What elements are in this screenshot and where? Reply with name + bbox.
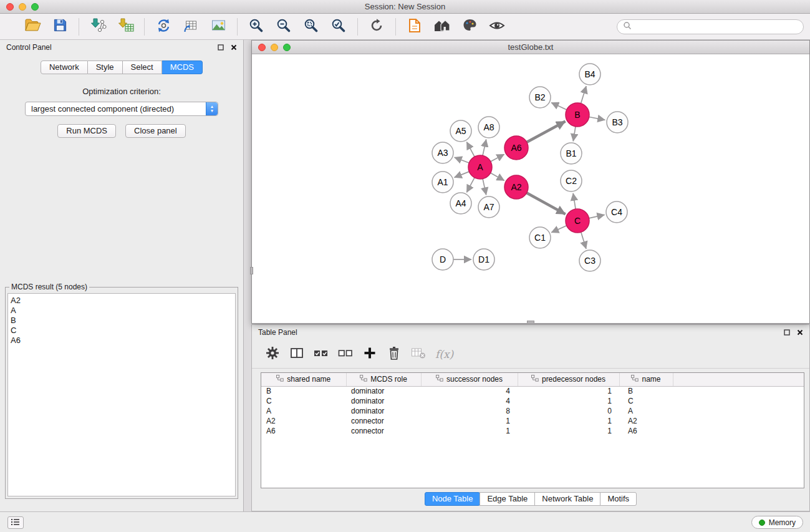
- network-minimize-button[interactable]: [271, 44, 278, 51]
- style-palette-button[interactable]: [456, 16, 483, 37]
- tab-node-table[interactable]: Node Table: [425, 492, 481, 506]
- tab-style[interactable]: Style: [88, 60, 123, 74]
- close-panel-icon[interactable]: [231, 44, 237, 51]
- network-close-button[interactable]: [258, 44, 266, 51]
- network-node-C1[interactable]: C1: [529, 227, 551, 248]
- settings-button[interactable]: [264, 346, 281, 362]
- column-header-shared-name[interactable]: shared name: [261, 373, 346, 386]
- zoom-out-button[interactable]: [270, 16, 297, 37]
- mcds-result-item[interactable]: A2: [11, 296, 233, 306]
- network-edge-C-C4[interactable]: [589, 215, 605, 218]
- network-node-C2[interactable]: C2: [561, 170, 582, 191]
- tab-mcds[interactable]: MCDS: [162, 60, 203, 74]
- close-window-button[interactable]: [6, 3, 14, 11]
- network-edge-A-A2[interactable]: [491, 173, 504, 180]
- network-node-A8[interactable]: A8: [478, 117, 499, 138]
- network-graph[interactable]: B4B2BB3A5A8A6A3B1AC2A1A2A4A7C4CC1DD1C3: [252, 54, 809, 323]
- network-node-C4[interactable]: C4: [606, 201, 627, 223]
- network-node-A2[interactable]: A2: [504, 175, 528, 199]
- network-node-B1[interactable]: B1: [561, 143, 582, 164]
- splitter-grip[interactable]: [250, 267, 253, 274]
- show-columns-button[interactable]: [289, 346, 305, 362]
- mcds-result-item[interactable]: A: [11, 306, 233, 316]
- network-zoom-button[interactable]: [283, 44, 291, 51]
- zoom-in-button[interactable]: [243, 16, 270, 37]
- network-node-A7[interactable]: A7: [478, 196, 499, 218]
- network-node-B3[interactable]: B3: [607, 112, 628, 133]
- criterion-dropdown[interactable]: largest connected component (directed) ▲…: [25, 102, 218, 116]
- minimize-window-button[interactable]: [19, 3, 26, 11]
- network-node-A3[interactable]: A3: [432, 142, 453, 163]
- network-edge-C-C2[interactable]: [573, 193, 576, 209]
- table-row[interactable]: A6connector11A6: [261, 426, 804, 436]
- deselect-all-button[interactable]: [337, 346, 354, 362]
- network-node-C[interactable]: C: [566, 209, 589, 233]
- splitter-grip[interactable]: [527, 321, 534, 324]
- mcds-result-item[interactable]: A6: [11, 336, 233, 346]
- network-node-A4[interactable]: A4: [450, 193, 471, 214]
- network-window-titlebar[interactable]: testGlobe.txt: [252, 41, 809, 54]
- open-session-button[interactable]: [19, 16, 46, 37]
- add-row-button[interactable]: [362, 346, 378, 362]
- import-table-from-file-button[interactable]: [112, 16, 139, 37]
- search-input[interactable]: [635, 22, 798, 31]
- mcds-result-list[interactable]: A2ABCA6: [7, 293, 236, 496]
- table-row[interactable]: Adominator80A: [261, 406, 804, 416]
- network-edge-A-A8[interactable]: [483, 140, 486, 156]
- memory-button[interactable]: Memory: [751, 516, 803, 529]
- network-canvas[interactable]: B4B2BB3A5A8A6A3B1AC2A1A2A4A7C4CC1DD1C3: [252, 54, 809, 323]
- network-edge-A-A6[interactable]: [491, 154, 504, 162]
- network-edge-A-A5[interactable]: [466, 142, 475, 157]
- network-edge-A2-C[interactable]: [527, 193, 566, 214]
- tab-motifs[interactable]: Motifs: [600, 492, 637, 506]
- first-neighbors-button[interactable]: [401, 16, 428, 37]
- export-image-button[interactable]: [205, 16, 232, 37]
- float-panel-icon[interactable]: [784, 329, 790, 336]
- network-node-B4[interactable]: B4: [579, 64, 600, 85]
- network-edge-A-A3[interactable]: [455, 157, 470, 163]
- network-edge-B-B3[interactable]: [589, 117, 605, 120]
- show-graphics-details-button[interactable]: [483, 16, 511, 37]
- network-node-A[interactable]: A: [468, 155, 492, 179]
- network-edge-A-A1[interactable]: [455, 172, 470, 178]
- task-history-button[interactable]: [7, 516, 24, 529]
- save-session-button[interactable]: [46, 16, 74, 37]
- network-node-A1[interactable]: A1: [432, 172, 453, 193]
- network-node-A6[interactable]: A6: [504, 136, 528, 160]
- network-node-A5[interactable]: A5: [450, 120, 471, 142]
- mcds-result-item[interactable]: B: [11, 316, 233, 326]
- network-node-D1[interactable]: D1: [473, 249, 494, 270]
- table-row[interactable]: Bdominator41B: [261, 386, 804, 396]
- tab-network-table[interactable]: Network Table: [534, 492, 600, 506]
- select-all-button[interactable]: [313, 346, 329, 362]
- network-edge-C-C3[interactable]: [581, 232, 586, 249]
- tab-edge-table[interactable]: Edge Table: [480, 492, 535, 506]
- column-header-mcds-role[interactable]: MCDS role: [346, 373, 421, 386]
- table-row[interactable]: A2connector11A2: [261, 416, 804, 426]
- network-node-B2[interactable]: B2: [529, 87, 551, 108]
- network-edge-B-B2[interactable]: [551, 103, 567, 110]
- network-edge-B-B4[interactable]: [581, 86, 587, 104]
- import-network-from-file-button[interactable]: [84, 16, 112, 37]
- column-header-name[interactable]: name: [619, 373, 673, 386]
- table-row[interactable]: Cdominator41C: [261, 396, 804, 406]
- float-panel-icon[interactable]: [218, 44, 224, 51]
- zoom-window-button[interactable]: [31, 3, 39, 11]
- network-node-B[interactable]: B: [566, 103, 589, 127]
- close-panel-icon[interactable]: [797, 329, 803, 336]
- load-network-button[interactable]: [150, 16, 177, 37]
- network-overview-button[interactable]: [428, 16, 456, 37]
- delete-row-button[interactable]: [386, 346, 402, 362]
- zoom-selected-button[interactable]: [325, 16, 352, 37]
- network-edge-C-C1[interactable]: [551, 226, 567, 233]
- search-box[interactable]: [617, 19, 804, 34]
- tab-network[interactable]: Network: [41, 60, 88, 74]
- network-edge-B-B1[interactable]: [573, 127, 576, 142]
- column-header-successor-nodes[interactable]: successor nodes: [421, 373, 518, 386]
- network-edge-A-A7[interactable]: [483, 179, 486, 195]
- network-edge-A-A4[interactable]: [466, 178, 475, 193]
- network-node-D[interactable]: D: [432, 249, 453, 270]
- tab-select[interactable]: Select: [123, 60, 162, 74]
- close-panel-button[interactable]: Close panel: [125, 124, 186, 138]
- mcds-result-item[interactable]: C: [11, 326, 233, 336]
